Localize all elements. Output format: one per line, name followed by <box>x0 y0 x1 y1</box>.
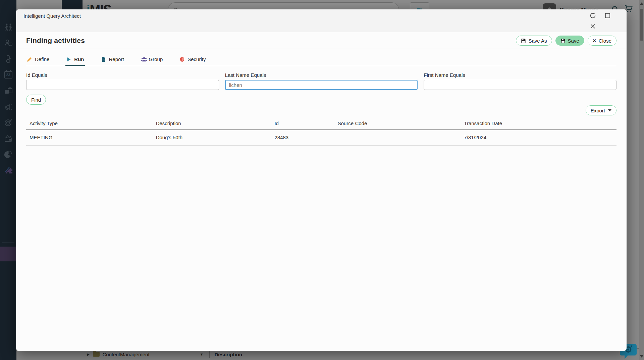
refresh-icon[interactable] <box>589 11 597 19</box>
tab-label: Report <box>109 56 124 62</box>
tab-label: Group <box>149 56 163 62</box>
id-equals-input[interactable] <box>26 80 219 90</box>
tab-security[interactable]: Security <box>179 54 206 66</box>
cell-activity-type: MEETING <box>26 130 153 146</box>
cell-transaction-date: 7/31/2024 <box>461 130 616 146</box>
cell-id: 28483 <box>271 130 334 146</box>
floppy-icon <box>521 38 526 43</box>
query-filter-form: Id Equals Last Name Equals First Name Eq… <box>26 72 616 90</box>
field-label-last-name-equals: Last Name Equals <box>225 72 418 78</box>
document-icon <box>101 57 106 62</box>
chevron-down-icon <box>608 109 611 111</box>
maximize-icon[interactable] <box>603 11 611 19</box>
results-table: Activity Type Description Id Source Code… <box>26 117 616 146</box>
cell-description: Doug's 50th <box>153 130 271 146</box>
export-label: Export <box>591 108 605 113</box>
tab-label: Define <box>35 56 49 62</box>
save-label: Save <box>568 38 579 44</box>
last-name-equals-input[interactable] <box>225 80 418 90</box>
save-as-label: Save As <box>528 38 547 44</box>
dialog-titlebar: Intelligent Query Architect <box>16 9 627 32</box>
column-header-source-code[interactable]: Source Code <box>334 117 461 130</box>
shield-icon <box>179 57 185 62</box>
tab-report[interactable]: Report <box>100 54 125 66</box>
save-button[interactable]: Save <box>555 36 584 46</box>
column-header-activity-type[interactable]: Activity Type <box>26 117 153 130</box>
group-icon <box>141 57 146 62</box>
tab-label: Security <box>187 56 206 62</box>
field-label-id-equals: Id Equals <box>26 72 219 78</box>
iqa-dialog: Intelligent Query Architect Finding acti… <box>16 9 627 351</box>
find-button[interactable]: Find <box>26 95 46 105</box>
column-header-description[interactable]: Description <box>153 117 271 130</box>
pencil-icon <box>27 57 32 62</box>
tab-run[interactable]: Run <box>65 54 85 66</box>
tab-define[interactable]: Define <box>26 54 50 66</box>
grid-bottom-border <box>26 153 616 153</box>
find-label: Find <box>31 97 41 103</box>
close-label: Close <box>599 38 611 44</box>
close-button[interactable]: ✕ Close <box>588 36 616 46</box>
iqa-tabbar: Define Run Report Group <box>26 54 616 66</box>
floppy-icon <box>560 38 566 43</box>
tab-group[interactable]: Group <box>140 54 164 66</box>
cell-source-code <box>334 130 461 146</box>
field-label-first-name-equals: First Name Equals <box>424 72 616 78</box>
export-button[interactable]: Export <box>586 105 616 115</box>
page-title: Finding activities <box>26 37 85 45</box>
column-header-id[interactable]: Id <box>271 117 334 130</box>
play-icon <box>66 57 71 62</box>
save-as-button[interactable]: Save As <box>516 36 552 46</box>
close-x-icon: ✕ <box>593 39 596 43</box>
results-header-row: Activity Type Description Id Source Code… <box>26 117 616 130</box>
tab-label: Run <box>74 56 84 62</box>
dialog-title: Intelligent Query Architect <box>23 13 81 19</box>
header-divider <box>16 49 627 49</box>
dialog-close-icon[interactable] <box>589 22 597 30</box>
column-header-transaction-date[interactable]: Transaction Date <box>461 117 616 130</box>
first-name-equals-input[interactable] <box>424 80 616 90</box>
table-row[interactable]: MEETING Doug's 50th 28483 7/31/2024 <box>26 130 616 146</box>
